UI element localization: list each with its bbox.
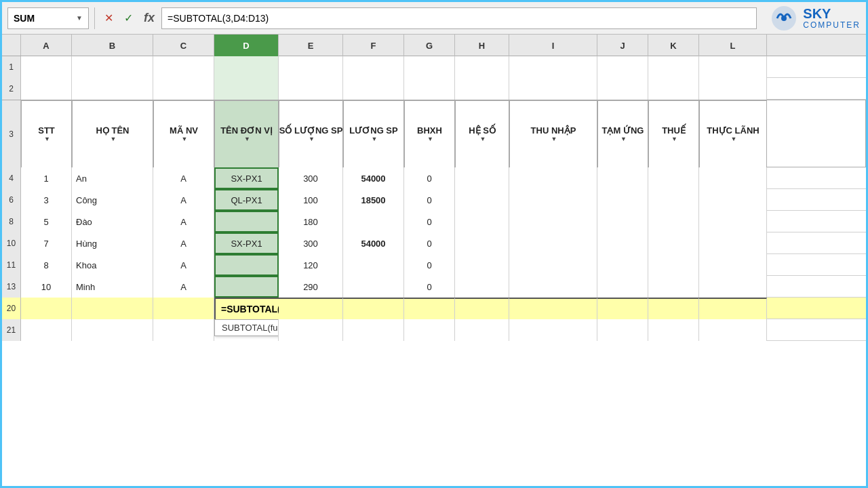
cell-K2[interactable] (648, 78, 699, 100)
cell-C11[interactable]: A (153, 254, 214, 276)
cell-J21[interactable] (597, 319, 648, 341)
cell-E21[interactable] (279, 319, 343, 341)
cell-C4[interactable]: A (153, 167, 214, 189)
col-header-L[interactable]: L (699, 35, 767, 56)
bhxh-dropdown-icon[interactable]: ▼ (427, 136, 433, 143)
cell-F13[interactable] (343, 276, 404, 298)
cell-G4[interactable]: 0 (404, 167, 455, 189)
cell-L21[interactable] (699, 319, 767, 341)
cell-A4[interactable]: 1 (21, 167, 72, 189)
col-header-B[interactable]: B (72, 35, 153, 56)
col-header-E[interactable]: E (279, 35, 343, 56)
cell-I1[interactable] (509, 56, 597, 78)
cell-G6[interactable]: 0 (404, 189, 455, 211)
cell-L10[interactable] (699, 232, 767, 254)
cell-D11[interactable] (214, 254, 279, 276)
cell-G10[interactable]: 0 (404, 232, 455, 254)
cell-luong-sp[interactable]: LƯƠNG SP ▼ (343, 100, 404, 168)
col-header-K[interactable]: K (648, 35, 699, 56)
col-header-D[interactable]: D (214, 35, 279, 56)
cell-ten-don-vi[interactable]: TÊN ĐƠN VỊ ▼ (214, 100, 279, 168)
cell-B1[interactable] (72, 56, 153, 78)
cell-K1[interactable] (648, 56, 699, 78)
thuclinh-dropdown-icon[interactable]: ▼ (731, 136, 737, 143)
cell-G13[interactable]: 0 (404, 276, 455, 298)
cell-B6[interactable]: Công (72, 189, 153, 211)
cell-D2[interactable] (214, 78, 279, 100)
cell-E11[interactable]: 120 (279, 254, 343, 276)
col-header-I[interactable]: I (509, 35, 597, 56)
cell-H10[interactable] (455, 232, 509, 254)
cell-F6[interactable]: 18500 (343, 189, 404, 211)
col-header-H[interactable]: H (455, 35, 509, 56)
cell-C21[interactable] (153, 319, 214, 341)
cell-I6[interactable] (509, 189, 597, 211)
cell-C20[interactable] (153, 298, 214, 319)
cell-L20[interactable] (699, 298, 767, 319)
tendonvi-dropdown-icon[interactable]: ▼ (244, 136, 250, 143)
confirm-button[interactable]: ✓ (120, 9, 137, 27)
cell-B13[interactable]: Minh (72, 276, 153, 298)
cell-J8[interactable] (597, 211, 648, 232)
cell-he-so[interactable]: HỆ SỐ ▼ (455, 100, 509, 168)
cell-E4[interactable]: 300 (279, 167, 343, 189)
cell-F11[interactable] (343, 254, 404, 276)
stt-dropdown-icon[interactable]: ▼ (44, 136, 50, 143)
cell-ho-ten[interactable]: HỌ TÊN ▼ (72, 100, 153, 168)
cell-F8[interactable] (343, 211, 404, 232)
cell-L6[interactable] (699, 189, 767, 211)
cell-thue[interactable]: THUẾ ▼ (648, 100, 699, 168)
cell-C2[interactable] (153, 78, 214, 100)
cell-L2[interactable] (699, 78, 767, 100)
cell-tam-ung[interactable]: TẠM ỨNG ▼ (597, 100, 648, 168)
cell-G11[interactable]: 0 (404, 254, 455, 276)
cell-D20-formula[interactable]: =SUBTOTAL(3,D4:D13) (214, 298, 279, 319)
cell-E13[interactable]: 290 (279, 276, 343, 298)
cell-K21[interactable] (648, 319, 699, 341)
cell-K6[interactable] (648, 189, 699, 211)
cell-L1[interactable] (699, 56, 767, 78)
cell-H11[interactable] (455, 254, 509, 276)
cell-H4[interactable] (455, 167, 509, 189)
cell-so-luong-sp[interactable]: SỐ LƯỢNG SP ▼ (279, 100, 343, 168)
cell-H21[interactable] (455, 319, 509, 341)
cell-H13[interactable] (455, 276, 509, 298)
soluong-dropdown-icon[interactable]: ▼ (309, 136, 315, 143)
cell-E20[interactable] (279, 298, 343, 319)
cell-E10[interactable]: 300 (279, 232, 343, 254)
cell-G1[interactable] (404, 56, 455, 78)
cell-stt[interactable]: STT ▼ (21, 100, 72, 168)
cell-D6[interactable]: QL-PX1 (214, 189, 279, 211)
cell-A11[interactable]: 8 (21, 254, 72, 276)
cell-I8[interactable] (509, 211, 597, 232)
cell-A21[interactable] (21, 319, 72, 341)
cell-C1[interactable] (153, 56, 214, 78)
cell-L11[interactable] (699, 254, 767, 276)
cell-A13[interactable]: 10 (21, 276, 72, 298)
cell-B20[interactable] (72, 298, 153, 319)
cell-K13[interactable] (648, 276, 699, 298)
cell-D10[interactable]: SX-PX1 (214, 232, 279, 254)
cell-I4[interactable] (509, 167, 597, 189)
col-header-G[interactable]: G (404, 35, 455, 56)
cell-F2[interactable] (343, 78, 404, 100)
cell-B21[interactable] (72, 319, 153, 341)
cell-D8[interactable] (214, 211, 279, 232)
cell-E8[interactable]: 180 (279, 211, 343, 232)
cell-J20[interactable] (597, 298, 648, 319)
cell-J2[interactable] (597, 78, 648, 100)
fx-button[interactable]: fx (140, 8, 159, 28)
cell-C13[interactable]: A (153, 276, 214, 298)
cell-D21[interactable]: SUBTOTAL(function_num, ref1, [ref2], ...… (214, 319, 279, 341)
cell-A1[interactable] (21, 56, 72, 78)
cell-A10[interactable]: 7 (21, 232, 72, 254)
heso-dropdown-icon[interactable]: ▼ (480, 136, 486, 143)
cell-L8[interactable] (699, 211, 767, 232)
cell-J11[interactable] (597, 254, 648, 276)
cell-K8[interactable] (648, 211, 699, 232)
cell-I11[interactable] (509, 254, 597, 276)
cell-H1[interactable] (455, 56, 509, 78)
cell-B11[interactable]: Khoa (72, 254, 153, 276)
name-box[interactable]: SUM ▼ (7, 7, 89, 29)
cell-D4[interactable]: SX-PX1 (214, 167, 279, 189)
